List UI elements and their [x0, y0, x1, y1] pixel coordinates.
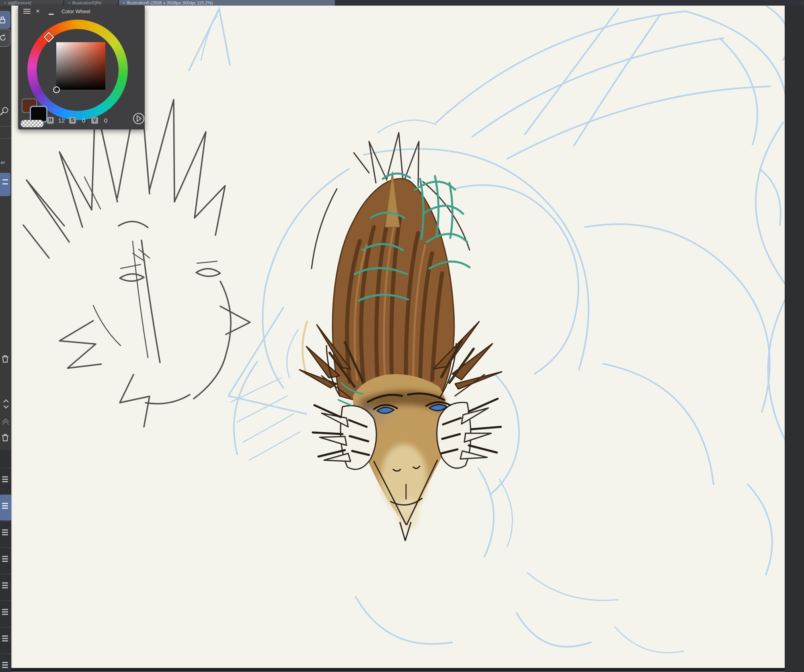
- document-tab-bar: ● sig[Restore] ● Illustration5[Re ● Illu…: [0, 0, 804, 6]
- collapse-button[interactable]: [0, 414, 11, 428]
- brush-list-item[interactable]: [0, 627, 11, 653]
- chevron-down-icon: [3, 405, 9, 409]
- delete-item-button[interactable]: [0, 431, 11, 445]
- brush-list-item[interactable]: [0, 521, 11, 547]
- selected-tool-item[interactable]: [0, 173, 10, 196]
- rotate-arrow-icon: [0, 34, 7, 42]
- hsv-readout: H 12 S 0 V 0: [47, 117, 111, 124]
- tab-sig-restore[interactable]: ● sig[Restore]: [0, 0, 63, 6]
- saturation-value-square[interactable]: [56, 42, 105, 90]
- sidebar-divider: [0, 138, 11, 139]
- color-wheel-titlebar[interactable]: × Color Wheel: [18, 5, 145, 17]
- colored-dragon-painting: [299, 133, 502, 541]
- zoom-tool-button[interactable]: [0, 104, 11, 118]
- lock-icon: [0, 16, 6, 24]
- graphite-dragon-sketch: [23, 77, 250, 427]
- panel-partial-label: er: [1, 160, 5, 165]
- panel-title: Color Wheel: [62, 8, 90, 14]
- hue-value[interactable]: 12: [57, 117, 66, 124]
- chevron-up-icon: [3, 399, 9, 403]
- saturation-label: S: [69, 117, 76, 124]
- color-wheel-panel: × Color Wheel H 12 S 0 V 0: [18, 5, 145, 129]
- brush-lines-icon: [2, 635, 8, 643]
- brush-list-item-selected[interactable]: [0, 494, 11, 520]
- lock-button[interactable]: [0, 11, 10, 29]
- brush-lines-icon: [2, 529, 8, 537]
- brush-list-item[interactable]: [0, 468, 11, 494]
- brush-lines-icon: [2, 556, 8, 563]
- circle-play-icon: [132, 112, 145, 125]
- canvas-edge-shadow: [11, 6, 12, 669]
- brush-lines-icon: [2, 662, 8, 669]
- saturation-value[interactable]: 0: [79, 117, 88, 124]
- brush-lines-icon: [2, 582, 8, 590]
- rotate-reset-button[interactable]: [0, 29, 10, 47]
- blue-construction-sketch: [189, 6, 785, 653]
- minimize-icon[interactable]: [49, 14, 54, 15]
- modified-dot-icon: ●: [4, 0, 6, 6]
- brush-list-panel: [0, 450, 11, 672]
- modified-dot-icon: ●: [123, 0, 125, 6]
- trash-icon: [1, 433, 10, 443]
- brush-lines-icon: [2, 609, 8, 616]
- brush-list-item[interactable]: [0, 600, 11, 627]
- tab-illustration5-restore[interactable]: ● Illustration5[Re: [64, 0, 118, 6]
- tool-sidebar: er: [0, 6, 11, 672]
- transparent-color-swatch[interactable]: [21, 120, 44, 127]
- brush-lines-icon: [2, 476, 8, 484]
- brush-lines-icon: [2, 503, 8, 510]
- tab-label: Illustration5[Re: [72, 0, 101, 5]
- double-chevron-icon: [2, 417, 10, 425]
- sidebar-divider: [0, 126, 11, 127]
- canvas-bottom-border: [11, 668, 785, 671]
- hue-label: H: [47, 117, 54, 124]
- trash-icon: [1, 354, 10, 364]
- tab-label: Illustration5 (3508 x 3508px 300dpi 115.…: [127, 0, 213, 5]
- panel-menu-icon[interactable]: [23, 9, 31, 14]
- tab-label: sig[Restore]: [8, 0, 31, 5]
- brush-list-item[interactable]: [0, 574, 11, 600]
- brush-list-item[interactable]: [0, 654, 11, 672]
- value-stepper[interactable]: [1, 396, 11, 412]
- delete-layer-button[interactable]: [0, 352, 11, 366]
- color-mode-button[interactable]: [132, 112, 145, 125]
- value-label: V: [91, 117, 98, 124]
- app-background-right: [785, 6, 804, 672]
- magnifier-icon: [0, 106, 10, 117]
- saturation-value-cursor[interactable]: [53, 86, 60, 93]
- tab-scroll-arrow-icon[interactable]: ›: [801, 0, 802, 6]
- modified-dot-icon: ●: [68, 0, 70, 6]
- brush-list-item[interactable]: [0, 547, 11, 574]
- tab-illustration5-active[interactable]: ● Illustration5 (3508 x 3508px 300dpi 11…: [119, 0, 335, 6]
- value-value[interactable]: 0: [101, 117, 111, 124]
- close-icon[interactable]: ×: [36, 6, 40, 16]
